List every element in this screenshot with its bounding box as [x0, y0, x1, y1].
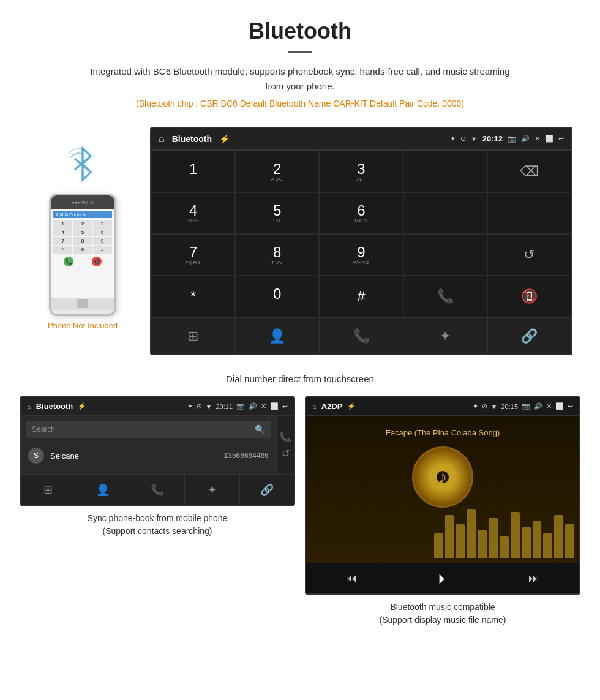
- nav-apps-button[interactable]: ⊞: [151, 318, 235, 354]
- backspace-button[interactable]: ⌫: [487, 151, 571, 192]
- music-back-icon[interactable]: ↩: [568, 402, 573, 410]
- back-icon[interactable]: ↩: [558, 135, 564, 143]
- music-title: A2DP: [321, 402, 343, 411]
- pb-contact-list: Search 🔍 S Seicane 13566664466: [21, 416, 276, 474]
- music-home-icon[interactable]: ⌂: [312, 403, 317, 410]
- pb-search-placeholder: Search: [32, 425, 55, 434]
- pb-contact-name: Seicane: [50, 451, 224, 461]
- music-caption: Bluetooth music compatible (Support disp…: [305, 601, 580, 627]
- nav-link-button[interactable]: 🔗: [488, 318, 571, 354]
- music-controls: ⏮ ⏵ ⏭: [306, 563, 579, 593]
- dial-key-2[interactable]: 2 ABC: [235, 151, 319, 192]
- music-screen-image: ⌂ A2DP ⚡ ✦ ⊙ ▼ 20:15 📷 🔊 ✕ ⬜ ↩ E: [305, 396, 580, 595]
- phone-not-included-label: Phone Not Included: [48, 321, 118, 330]
- music-loc-icon: ⊙: [482, 402, 487, 410]
- window-icon[interactable]: ⬜: [545, 135, 553, 143]
- empty-cell-2: [487, 192, 571, 234]
- pb-win-icon[interactable]: ⬜: [270, 402, 279, 410]
- header-specs: (Bluetooth chip : CSR BC6 Default Blueto…: [12, 99, 588, 108]
- music-time: 20:15: [501, 403, 518, 410]
- dial-key-7[interactable]: 7 PQRS: [151, 234, 235, 276]
- music-album-art: ♪: [412, 446, 473, 508]
- status-time: 20:12: [482, 134, 503, 143]
- dial-key-4[interactable]: 4 GHI: [151, 192, 235, 234]
- nav-contacts-button[interactable]: 👤: [235, 318, 319, 354]
- pb-usb-icon: ⚡: [78, 402, 86, 410]
- music-content: Escape (The Pina Colada Song) ♪: [306, 416, 579, 563]
- music-signal-icon: ▼: [491, 403, 498, 410]
- dial-key-star[interactable]: *: [151, 276, 235, 317]
- end-call-button[interactable]: 📵: [487, 276, 571, 317]
- dial-key-3[interactable]: 3 DEF: [319, 151, 403, 192]
- music-statusbar-right: ✦ ⊙ ▼ 20:15 📷 🔊 ✕ ⬜ ↩: [473, 402, 573, 410]
- pb-back-icon[interactable]: ↩: [282, 402, 288, 410]
- prev-track-button[interactable]: ⏮: [337, 572, 366, 585]
- home-icon[interactable]: ⌂: [159, 134, 165, 145]
- pb-contact-row[interactable]: S Seicane 13566664466: [26, 443, 271, 469]
- phone-bottom-buttons: 📞 📵: [53, 255, 112, 268]
- pb-statusbar: ⌂ Bluetooth ⚡ ✦ ⊙ ▼ 20:11 📷 🔊 ✕ ⬜ ↩: [21, 397, 294, 416]
- pb-right-icons: 📞 ↺: [276, 416, 294, 474]
- dial-key-6[interactable]: 6 MNO: [319, 192, 403, 234]
- header-divider: [288, 51, 312, 53]
- camera-icon[interactable]: 📷: [508, 135, 516, 143]
- bluetooth-status-icon: ✦: [450, 135, 456, 143]
- music-vol-icon[interactable]: 🔊: [534, 402, 542, 410]
- pb-nav-link[interactable]: 🔗: [240, 475, 294, 505]
- pb-nav-bluetooth[interactable]: ✦: [185, 475, 239, 505]
- dial-display-area: [403, 151, 487, 192]
- pb-cam-icon[interactable]: 📷: [236, 402, 245, 410]
- music-close-icon[interactable]: ✕: [546, 402, 552, 410]
- car-statusbar: ⌂ Bluetooth ⚡ ✦ ⊙ ▼ 20:12 📷 🔊 ✕ ⬜ ↩: [151, 128, 571, 150]
- nav-phone-button[interactable]: 📞: [320, 318, 403, 354]
- music-cam-icon[interactable]: 📷: [522, 402, 530, 410]
- music-usb-icon: ⚡: [347, 402, 356, 410]
- page-header: Bluetooth Integrated with BC6 Bluetooth …: [0, 0, 600, 127]
- statusbar-left: ⌂ Bluetooth ⚡: [159, 134, 230, 145]
- redial-button[interactable]: ↺: [487, 234, 571, 276]
- empty-cell-3: [403, 234, 487, 276]
- phonebook-screen-image: ⌂ Bluetooth ⚡ ✦ ⊙ ▼ 20:11 📷 🔊 ✕ ⬜ ↩: [20, 396, 295, 506]
- pb-nav-apps[interactable]: ⊞: [21, 475, 75, 505]
- play-pause-button[interactable]: ⏵: [427, 571, 459, 587]
- pb-call-icon[interactable]: 📞: [279, 431, 291, 443]
- phonebook-caption: Sync phone-book from mobile phone (Suppo…: [20, 512, 295, 538]
- phone-mockup-area: ●●● MOTO Add to Contacts 123 456 789 *0#…: [28, 127, 138, 330]
- pb-home-icon[interactable]: ⌂: [27, 403, 31, 410]
- pb-nav-phone[interactable]: 📞: [130, 475, 185, 505]
- phone-top-bar: ●●● MOTO: [51, 195, 114, 209]
- pb-nav-contacts[interactable]: 👤: [75, 475, 130, 505]
- pb-vol-icon[interactable]: 🔊: [249, 402, 257, 410]
- dial-pad: 1 ⌁ 2 ABC 3 DEF ⌫ 4 GHI 5: [151, 150, 571, 317]
- nav-bluetooth-button[interactable]: ✦: [403, 318, 487, 354]
- pb-main-area: Search 🔍 S Seicane 13566664466 📞 ↺: [21, 416, 294, 474]
- pb-search-icon[interactable]: 🔍: [255, 424, 265, 434]
- music-equalizer: [429, 514, 579, 563]
- dial-key-1[interactable]: 1 ⌁: [151, 151, 235, 192]
- phone-end-button: 📵: [92, 257, 102, 266]
- close-icon[interactable]: ✕: [534, 135, 540, 143]
- call-button[interactable]: 📞: [403, 276, 487, 317]
- pb-refresh-icon[interactable]: ↺: [282, 448, 290, 459]
- music-note-icon: ♪: [438, 467, 448, 487]
- phonebook-screenshot: ⌂ Bluetooth ⚡ ✦ ⊙ ▼ 20:11 📷 🔊 ✕ ⬜ ↩: [20, 396, 295, 627]
- pb-close-icon[interactable]: ✕: [261, 402, 266, 410]
- phone-bottom-bar: [51, 298, 114, 310]
- pb-search-bar[interactable]: Search 🔍: [26, 421, 271, 438]
- music-win-icon[interactable]: ⬜: [555, 402, 564, 410]
- pb-bottom-nav: ⊞ 👤 📞 ✦ 🔗: [21, 474, 294, 505]
- location-icon: ⊙: [460, 135, 466, 143]
- pb-contact-avatar: S: [28, 448, 44, 464]
- dial-key-hash[interactable]: #: [319, 276, 403, 317]
- dial-key-8[interactable]: 8 TUV: [235, 234, 319, 276]
- phone-home-button: [77, 299, 88, 308]
- dial-key-5[interactable]: 5 JKL: [235, 192, 319, 234]
- volume-icon[interactable]: 🔊: [521, 135, 530, 143]
- phone-mockup: ●●● MOTO Add to Contacts 123 456 789 *0#…: [49, 194, 116, 316]
- phonebook-caption-line1: Sync phone-book from mobile phone: [88, 513, 228, 523]
- pb-time: 20:11: [216, 403, 233, 410]
- next-track-button[interactable]: ⏭: [519, 572, 549, 585]
- dial-key-9[interactable]: 9 WXYZ: [319, 234, 403, 276]
- dial-key-0[interactable]: 0 +: [235, 276, 319, 317]
- empty-cell-1: [403, 192, 487, 234]
